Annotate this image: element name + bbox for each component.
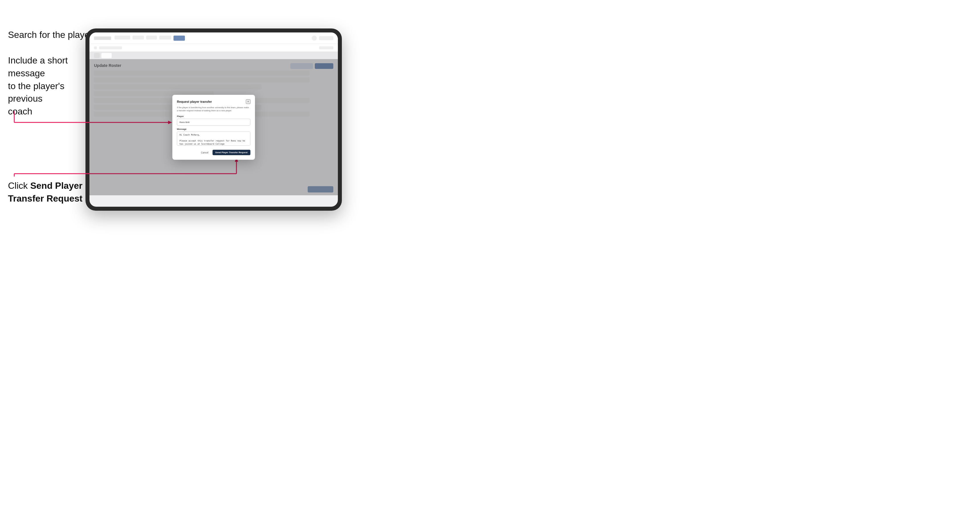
app-logo [94,37,111,40]
app-header [89,32,338,44]
tablet-device: Update Roster [86,29,342,211]
modal-header: Request player transfer × [177,99,250,104]
send-player-transfer-request-button[interactable]: Send Player Transfer Request [213,150,250,155]
contact-link[interactable] [319,46,333,49]
nav-items [115,36,308,41]
tabs-bar [89,52,338,59]
tab-roster-active[interactable] [102,53,112,58]
main-content: Update Roster [89,59,338,195]
annotation-click: Click Send PlayerTransfer Request [8,179,82,205]
nav-right-action [319,36,333,40]
request-transfer-modal: Request player transfer × If the player … [172,95,255,160]
nav-item-clubinfo[interactable] [159,36,171,40]
message-textarea[interactable]: Hi Coach McHarg, Please accept this tran… [177,132,250,146]
user-avatar [312,36,317,41]
modal-footer: Cancel Send Player Transfer Request [177,150,250,155]
nav-item-teams[interactable] [132,36,144,40]
modal-overlay: Request player transfer × If the player … [89,59,338,195]
sub-header [89,44,338,52]
modal-description: If the player is transferring from anoth… [177,106,250,112]
modal-title: Request player transfer [177,100,212,103]
player-field-label: Player [177,115,250,117]
message-field-label: Message [177,128,250,130]
tablet-screen: Update Roster [89,32,338,207]
breadcrumb [99,46,122,49]
modal-close-button[interactable]: × [246,99,250,104]
player-search-input[interactable] [177,119,250,125]
nav-item-athletes[interactable] [146,36,157,40]
annotation-message: Include a short messageto the player's p… [8,54,82,118]
back-icon [94,46,97,49]
tab-item-1[interactable] [94,53,100,58]
nav-right [312,36,333,41]
nav-item-scoreboard[interactable] [115,36,130,40]
annotation-search: Search for the player. [8,29,95,41]
nav-item-more-active[interactable] [173,36,185,41]
cancel-button[interactable]: Cancel [199,150,210,155]
